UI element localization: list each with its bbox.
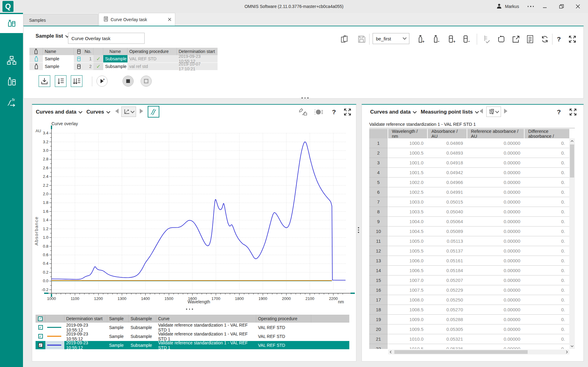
edit-curve-icon[interactable] (298, 107, 309, 118)
header-difference-absorbance[interactable]: Difference absorbance / (525, 129, 569, 138)
sample-name-cell[interactable]: Sample (43, 55, 74, 62)
add-subsample-icon[interactable]: + (446, 34, 457, 45)
fullscreen-icon[interactable] (567, 34, 578, 45)
add-sample-icon[interactable]: + (416, 34, 427, 45)
measuring-point-row[interactable]: 131006.00.051610.000000. (369, 256, 569, 266)
remove-sample-icon[interactable]: - (431, 34, 442, 45)
curves-and-data-menu-left[interactable]: Curves and data (36, 109, 82, 115)
previous-list-icon[interactable] (480, 109, 483, 114)
close-icon[interactable] (572, 0, 584, 13)
measuring-point-row[interactable]: 81003.50.050400.000000. (369, 207, 569, 217)
vertical-splitter-handle[interactable] (358, 227, 359, 233)
measuring-point-row[interactable]: 201009.50.053050.000000. (369, 324, 569, 334)
curve-visible-checkbox[interactable]: ✓ (36, 332, 45, 340)
list-type-select[interactable] (486, 107, 501, 117)
header-subsample-name[interactable]: Name (103, 48, 127, 55)
run-mode-select[interactable]: be_first (373, 33, 409, 44)
measuring-point-row[interactable]: 211010.00.053210.000000. (369, 334, 569, 344)
select-all-checkbox[interactable]: ✓ (36, 315, 45, 323)
previous-curve-icon[interactable] (115, 109, 119, 114)
measuring-point-row[interactable]: 31001.00.049180.000000. (369, 158, 569, 168)
measuring-point-row[interactable]: 91004.00.050640.000000. (369, 217, 569, 227)
measuring-point-row[interactable]: 141006.50.051840.000000. (369, 266, 569, 275)
header-absorbance[interactable]: Absorbance / AU (428, 129, 467, 138)
user-menu[interactable]: Markus (496, 0, 519, 13)
measuring-point-row[interactable]: 71003.00.050150.000000. (369, 197, 569, 207)
emergency-stop-button[interactable] (141, 76, 152, 87)
measuring-point-row[interactable]: 51002.00.049660.000000. (369, 178, 569, 187)
chart-table-splitter-handle[interactable] (186, 309, 193, 310)
scrollbar-thumb[interactable] (394, 350, 528, 354)
curve-type-select[interactable] (121, 107, 136, 117)
minimize-icon[interactable] (539, 0, 551, 13)
measuring-point-row[interactable]: 61002.50.049910.000000. (369, 187, 569, 197)
curves-and-data-menu-right[interactable]: Curves and data (370, 109, 416, 115)
measuring-point-row[interactable]: 21000.50.048930.000000. (369, 148, 569, 158)
measuring-point-row[interactable]: 151007.00.052070.000000. (369, 275, 569, 285)
loop-icon[interactable] (496, 34, 507, 45)
help-icon[interactable]: ? (328, 107, 340, 118)
sidebar-item-hierarchy[interactable] (0, 51, 23, 70)
sample-name-cell[interactable]: Sample (43, 63, 74, 70)
measuring-point-row[interactable]: 221010.50.053360.000000. (369, 344, 569, 349)
header-sample-name[interactable]: Name (43, 48, 74, 55)
tab-samples[interactable]: Samples (23, 14, 98, 26)
curve-overlay-toggle[interactable] (148, 106, 159, 118)
stop-button[interactable] (123, 76, 134, 87)
measuring-point-row[interactable]: 161007.50.052290.000000. (369, 285, 569, 295)
measuring-point-row[interactable]: 191009.00.052880.000000. (369, 315, 569, 324)
curve-table-row[interactable]: ✓2019-09-23 10:55:12SampleSubsampleValid… (36, 323, 349, 331)
measuring-point-lists-menu[interactable]: Measuring point lists (421, 109, 478, 115)
header-determination-start[interactable]: Determination start (64, 315, 107, 323)
header-curve[interactable]: Curve (156, 315, 256, 323)
header-reference-absorbance[interactable]: Reference absorbance / AU (467, 129, 525, 138)
sample-table-row[interactable]: Sample2✓Subsampleval ref std2019-10-07 1… (29, 63, 218, 70)
header-subsample[interactable]: Subsample (129, 315, 156, 323)
remove-subsample-icon[interactable]: - (461, 34, 472, 45)
export-icon[interactable] (510, 34, 522, 45)
refresh-icon[interactable] (539, 34, 550, 45)
measuring-point-row[interactable]: 111005.00.051130.000000. (369, 236, 569, 246)
scroll-down-icon[interactable] (569, 343, 575, 349)
insert-columns-button[interactable] (55, 75, 66, 87)
curve-visible-checkbox[interactable]: ✓ (36, 323, 45, 331)
help-icon[interactable]: ? (553, 107, 564, 118)
more-menu-icon[interactable] (525, 0, 537, 13)
vertical-scrollbar[interactable] (569, 138, 575, 349)
tab-curve-overlay-task[interactable]: Curve Overlay task (99, 13, 175, 26)
measuring-point-row[interactable]: 181008.50.052700.000000. (369, 305, 569, 315)
measuring-point-row[interactable]: 41001.50.049420.000000. (369, 168, 569, 178)
copy-determination-icon[interactable] (339, 34, 350, 45)
save-icon[interactable] (356, 34, 367, 45)
curve-overlay-chart[interactable]: -0.20.00.20.40.60.81.01.21.41.61.82.02.2… (32, 120, 355, 305)
start-button[interactable]: + (97, 76, 108, 87)
header-operating-procedure[interactable]: Operating procedure (256, 315, 311, 323)
report-icon[interactable] (525, 34, 536, 45)
fullscreen-icon[interactable] (342, 107, 353, 118)
measuring-point-row[interactable]: 171008.00.052500.000000. (369, 295, 569, 305)
scroll-up-icon[interactable] (569, 138, 575, 144)
curve-table-row[interactable]: ✓2019-09-23 10:55:12SampleSubsampleValid… (36, 332, 349, 340)
task-name-input[interactable] (68, 33, 145, 44)
curve-table-row[interactable]: ✓2019-09-23 10:55:12SampleSubsampleValid… (36, 341, 349, 349)
fullscreen-icon[interactable] (567, 107, 579, 118)
sidebar-item-calculations[interactable]: fx (0, 93, 23, 112)
sidebar-item-bottles[interactable] (0, 72, 23, 91)
next-curve-icon[interactable] (140, 109, 143, 114)
scroll-right-icon[interactable] (564, 350, 569, 354)
insert-row-button[interactable] (39, 75, 50, 87)
header-wavelength[interactable]: Wavelength / nm (388, 129, 428, 138)
sidebar-item-samples[interactable] (0, 14, 23, 33)
procedure-check-icon[interactable] (481, 34, 492, 45)
display-options-icon[interactable] (313, 107, 324, 118)
header-no[interactable]: No. (84, 48, 93, 55)
insert-list-button[interactable] (71, 75, 82, 87)
measuring-point-row[interactable]: 11000.00.048690.000000. (369, 138, 569, 148)
scroll-left-icon[interactable] (388, 350, 393, 354)
measuring-point-row[interactable]: 101004.50.050890.000000. (369, 227, 569, 236)
curves-menu[interactable]: Curves (86, 109, 110, 115)
tab-close-icon[interactable] (168, 17, 171, 22)
subsample-name-cell[interactable]: Subsample (103, 55, 127, 62)
help-icon[interactable]: ? (553, 34, 564, 45)
next-list-icon[interactable] (504, 109, 507, 114)
